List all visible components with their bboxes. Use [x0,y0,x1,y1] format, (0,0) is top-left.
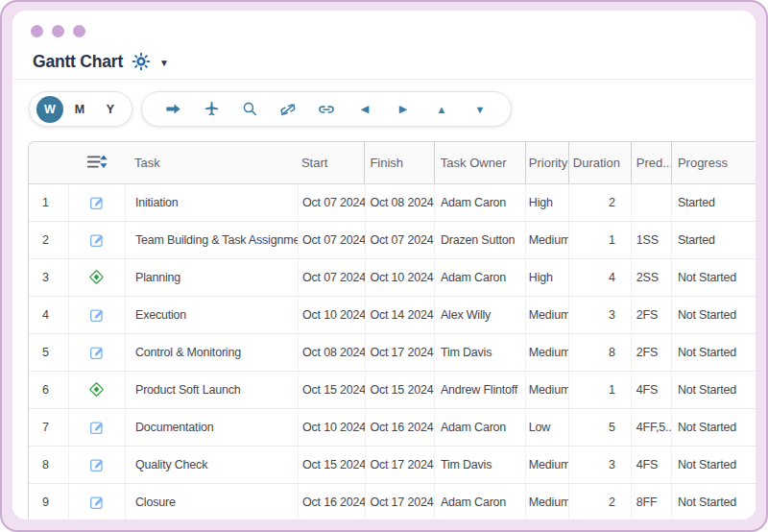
start-date-cell: Oct 07 2024 [298,222,364,258]
table-row[interactable]: 5 Control & Monitoring Oct 08 2024 Oct 1… [29,334,756,372]
task-owner-cell: Tim Davis [434,334,525,371]
table-row[interactable]: 7 Documentation Oct 10 2024 Oct 16 2024 … [29,409,756,447]
finish-date-cell: Oct 17 2024 [365,334,434,371]
priority-cell: Medium [525,447,568,483]
predecessor-cell: 2FS [631,334,671,371]
column-header-predecessor[interactable]: Pred... [631,142,671,183]
column-header-owner[interactable]: Task Owner [434,142,525,183]
column-header-finish[interactable]: Finish [364,142,433,183]
view-switcher: W M Y [29,91,132,127]
app-window: Gantt Chart ▼ [12,11,756,520]
row-indicator-cell [68,334,125,371]
unlink-icon[interactable] [269,92,307,126]
app-frame: Gantt Chart ▼ [0,0,768,532]
table-row[interactable]: 3 Planning Oct 07 2024 Oct 10 2024 Adam … [29,259,756,297]
row-number: 5 [29,334,68,371]
start-date-cell: Oct 07 2024 [298,259,364,296]
next-icon[interactable]: ▶ [384,92,422,126]
milestone-icon [88,269,106,286]
link-icon[interactable] [307,92,346,126]
row-number: 4 [29,297,68,333]
edit-task-icon [88,194,106,211]
expand-down-icon[interactable]: ▼ [461,92,499,126]
start-date-cell: Oct 10 2024 [298,297,364,333]
table-row[interactable]: 4 Execution Oct 10 2024 Oct 14 2024 Alex… [29,297,756,334]
window-control-dot[interactable] [52,25,64,37]
finish-date-cell: Oct 15 2024 [365,372,434,408]
predecessor-cell: 4FS [631,447,671,483]
progress-cell: Not Started [671,259,756,296]
column-header-progress[interactable]: Progress [671,142,756,183]
start-date-cell: Oct 08 2024 [298,334,364,371]
column-header-task[interactable]: Task [125,142,298,183]
progress-cell: Not Started [671,484,756,520]
edit-task-icon [88,494,106,511]
window-control-dot[interactable] [31,25,43,37]
task-name-cell: Product Soft Launch [125,372,298,408]
table-row[interactable]: 9 Closure Oct 16 2024 Oct 17 2024 Adam C… [29,484,756,520]
duration-cell: 1 [568,372,631,408]
duration-cell: 4 [568,259,631,296]
view-year-button[interactable]: Y [96,96,125,123]
window-control-dot[interactable] [73,25,85,37]
row-indicator-cell [68,409,125,446]
row-number: 3 [29,259,68,296]
progress-cell: Not Started [671,409,756,446]
task-name-cell: Team Building & Task Assignment [125,222,298,258]
previous-icon[interactable]: ◀ [346,92,384,126]
expand-collapse-icon[interactable] [85,153,108,174]
duration-cell: 3 [568,447,631,483]
toolbar-row: W M Y [29,91,512,127]
duration-cell: 2 [568,484,631,520]
table-row[interactable]: 2 Team Building & Task Assignment Oct 07… [29,222,756,259]
task-name-cell: Initiation [125,184,298,221]
task-owner-cell: Tim Davis [434,447,525,483]
finish-date-cell: Oct 10 2024 [365,259,434,296]
forward-arrow-icon[interactable] [154,92,192,126]
start-date-cell: Oct 15 2024 [298,372,364,408]
priority-cell: High [525,259,568,296]
view-week-button[interactable]: W [36,96,63,123]
row-indicator-cell [68,259,125,296]
row-indicator-cell [68,222,125,258]
start-date-cell: Oct 15 2024 [298,447,364,483]
title-row: Gantt Chart ▼ [33,50,169,73]
table-row[interactable]: 1 Initiation Oct 07 2024 Oct 08 2024 Ada… [29,184,756,222]
edit-task-icon [88,419,106,436]
view-month-button[interactable]: M [65,96,94,123]
row-number: 2 [29,222,68,258]
duration-cell: 8 [568,334,631,371]
duration-cell: 5 [568,409,631,446]
duration-cell: 3 [568,297,631,333]
column-header-start[interactable]: Start [298,142,364,183]
predecessor-cell: 8FF [631,484,671,520]
task-owner-cell: Andrew Flintoff [434,372,525,408]
milestone-icon [88,381,106,399]
column-header-number[interactable] [29,142,68,183]
row-indicator-cell [68,184,125,221]
collapse-up-icon[interactable]: ▲ [422,92,461,126]
window-controls [31,25,85,37]
task-owner-cell: Drazen Sutton [434,222,525,258]
column-header-indicator[interactable] [68,142,125,183]
column-header-priority[interactable]: Priority [525,142,568,183]
plane-icon[interactable] [192,92,230,126]
search-icon[interactable] [230,92,269,126]
column-header-duration[interactable]: Duration [568,142,631,183]
row-number: 9 [29,484,68,520]
table-row[interactable]: 8 Quality Check Oct 15 2024 Oct 17 2024 … [29,447,756,484]
task-owner-cell: Adam Caron [434,409,525,446]
predecessor-cell: 1SS [631,222,671,258]
priority-cell: Medium [525,484,568,520]
edit-task-icon [88,306,106,324]
finish-date-cell: Oct 08 2024 [365,184,434,221]
table-row[interactable]: 6 Product Soft Launch Oct 15 2024 Oct 15… [29,372,756,409]
task-owner-cell: Adam Caron [434,184,525,221]
duration-cell: 2 [568,184,631,221]
gear-icon[interactable] [132,52,151,71]
chevron-down-icon[interactable]: ▼ [159,56,169,68]
task-owner-cell: Adam Caron [434,259,525,296]
predecessor-cell [631,184,671,221]
row-number: 7 [29,409,68,446]
task-owner-cell: Alex Willy [434,297,525,333]
